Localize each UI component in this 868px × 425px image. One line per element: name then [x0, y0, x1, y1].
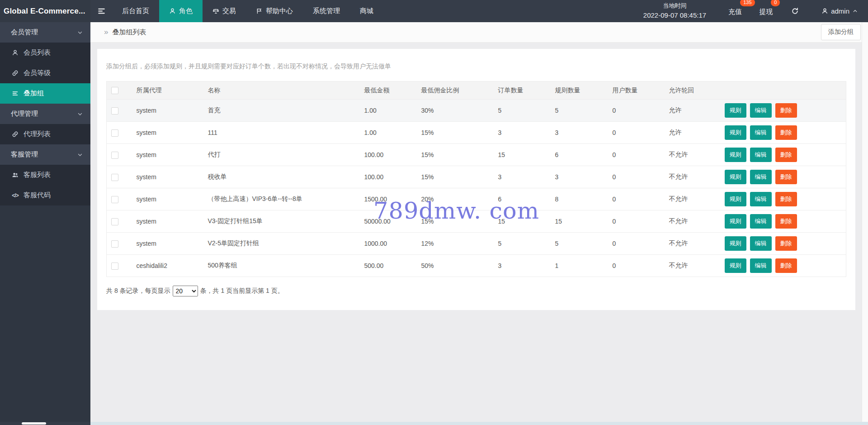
cell-min_commission: 15%: [417, 144, 494, 166]
cell-cycle: 不允许: [665, 210, 720, 233]
chevron-down-icon: [77, 111, 83, 117]
table-row: systemV3-固定打针组15单50000.0015%15150不允许规则编辑…: [107, 210, 846, 233]
vertical-scrollbar[interactable]: [862, 22, 868, 422]
column-header: 规则数量: [551, 81, 608, 100]
cell-orders: 3: [494, 122, 551, 144]
sidebar-group-label: 代理管理: [11, 110, 38, 118]
withdraw-menu-item[interactable]: 提现 0: [759, 6, 773, 16]
select-all-checkbox[interactable]: [111, 87, 118, 94]
cell-cycle: 不允许: [665, 166, 720, 188]
cell-min_amount: 1500.00: [360, 188, 417, 210]
delete-button[interactable]: 删除: [775, 214, 797, 229]
rule-button[interactable]: 规则: [725, 214, 746, 229]
nav-item-1[interactable]: 角色: [159, 0, 203, 22]
recharge-menu-item[interactable]: 充值 135: [728, 6, 742, 16]
sidebar-group-6[interactable]: 客服管理: [0, 144, 90, 165]
local-time-label: 当地时间: [643, 2, 706, 10]
cell-actions: 规则编辑删除: [720, 144, 846, 166]
delete-button[interactable]: 删除: [775, 103, 797, 118]
rule-button[interactable]: 规则: [725, 103, 746, 118]
rule-button[interactable]: 规则: [725, 258, 746, 273]
horizontal-scrollbar-track[interactable]: [90, 422, 868, 425]
edit-button[interactable]: 编辑: [750, 148, 772, 162]
sidebar-item-3[interactable]: 叠加组: [0, 83, 90, 104]
cell-agent: system: [132, 122, 203, 144]
delete-button[interactable]: 删除: [775, 148, 797, 162]
row-checkbox[interactable]: [111, 129, 118, 137]
sidebar-toggle-button[interactable]: [90, 0, 112, 22]
row-checkbox[interactable]: [111, 152, 118, 159]
pagination-suffix: 条，共 1 页当前显示第 1 页。: [200, 287, 284, 295]
delete-button[interactable]: 删除: [775, 125, 797, 140]
rule-button[interactable]: 规则: [725, 170, 746, 184]
horizontal-scrollbar: [0, 422, 868, 425]
delete-button[interactable]: 删除: [775, 236, 797, 251]
cell-min_amount: 1.00: [360, 122, 417, 144]
row-checkbox[interactable]: [111, 263, 118, 270]
cell-cycle: 不允许: [665, 144, 720, 166]
nav-item-3[interactable]: 帮助中心: [246, 0, 303, 22]
cell-rules: 6: [551, 144, 608, 166]
nav-item-4[interactable]: 系统管理: [303, 0, 350, 22]
delete-button[interactable]: 删除: [775, 258, 797, 273]
cell-rules: 5: [551, 233, 608, 255]
row-checkbox[interactable]: [111, 174, 118, 181]
delete-button[interactable]: 删除: [775, 192, 797, 206]
row-checkbox[interactable]: [111, 240, 118, 248]
cell-orders: 5: [494, 233, 551, 255]
edit-button[interactable]: 编辑: [750, 170, 772, 184]
table-row: system1111.0015%330允许规则编辑删除: [107, 122, 846, 144]
cell-rules: 3: [551, 122, 608, 144]
sidebar-group-4[interactable]: 代理管理: [0, 104, 90, 124]
refresh-button[interactable]: [791, 7, 799, 15]
user-icon: [12, 49, 19, 56]
app-logo[interactable]: Global E-Commerce...: [0, 0, 90, 22]
edit-button[interactable]: 编辑: [750, 103, 772, 118]
sidebar-item-7[interactable]: 客服列表: [0, 165, 90, 185]
nav-item-0[interactable]: 后台首页: [112, 0, 159, 22]
row-checkbox[interactable]: [111, 196, 118, 203]
cell-orders: 15: [494, 210, 551, 233]
cell-actions: 规则编辑删除: [720, 166, 846, 188]
cell-min_commission: 20%: [417, 188, 494, 210]
table-row: system（带他上高速）VIP3-6单--转--8单1500.0020%680…: [107, 188, 846, 210]
rule-button[interactable]: 规则: [725, 192, 746, 206]
chevron-up-icon: [852, 8, 858, 14]
navbar-right: 当地时间 2022-09-07 08:45:17 充值 135 提现 0 adm…: [643, 0, 868, 22]
per-page-select[interactable]: 20: [173, 286, 198, 296]
edit-button[interactable]: 编辑: [750, 258, 772, 273]
edit-button[interactable]: 编辑: [750, 125, 772, 140]
edit-button[interactable]: 编辑: [750, 214, 772, 229]
row-checkbox[interactable]: [111, 107, 118, 115]
row-checkbox[interactable]: [111, 218, 118, 225]
horizontal-scrollbar-thumb[interactable]: [22, 422, 46, 425]
chevron-down-icon: [77, 152, 83, 158]
rule-button[interactable]: 规则: [725, 148, 746, 162]
nav-item-5[interactable]: 商城: [350, 0, 383, 22]
column-header: 最低佣金比例: [417, 81, 494, 100]
horizontal-scrollbar-track-dark[interactable]: [0, 422, 90, 425]
nav-item-2[interactable]: 交易: [203, 0, 246, 22]
cell-min_amount: 1000.00: [360, 233, 417, 255]
edit-button[interactable]: 编辑: [750, 236, 772, 251]
cell-cycle: 不允许: [665, 255, 720, 277]
sidebar-item-2[interactable]: 会员等级: [0, 63, 90, 83]
cell-agent: system: [132, 144, 203, 166]
delete-button[interactable]: 删除: [775, 170, 797, 184]
rule-button[interactable]: 规则: [725, 236, 746, 251]
cell-actions: 规则编辑删除: [720, 255, 846, 277]
table-row: ceshidalili2500养客组500.0050%310不允许规则编辑删除: [107, 255, 846, 277]
sidebar-group-0[interactable]: 会员管理: [0, 22, 90, 43]
hint-text: 添加分组后，必须添加规则，并且规则需要对应好订单个数，若出现不对称情况，会导致用…: [106, 62, 846, 71]
sidebar-item-8[interactable]: </>客服代码: [0, 185, 90, 205]
link-icon: [12, 70, 19, 76]
rule-button[interactable]: 规则: [725, 125, 746, 140]
nav-item-label: 交易: [222, 7, 236, 15]
sidebar-item-5[interactable]: 代理列表: [0, 124, 90, 144]
user-menu[interactable]: admin: [821, 7, 858, 15]
add-group-button[interactable]: 添加分组: [821, 24, 861, 40]
edit-button[interactable]: 编辑: [750, 192, 772, 206]
main-area: » 叠加组列表 添加分组 添加分组后，必须添加规则，并且规则需要对应好订单个数，…: [90, 22, 868, 425]
sidebar-item-1[interactable]: 会员列表: [0, 43, 90, 63]
cell-min_amount: 50000.00: [360, 210, 417, 233]
